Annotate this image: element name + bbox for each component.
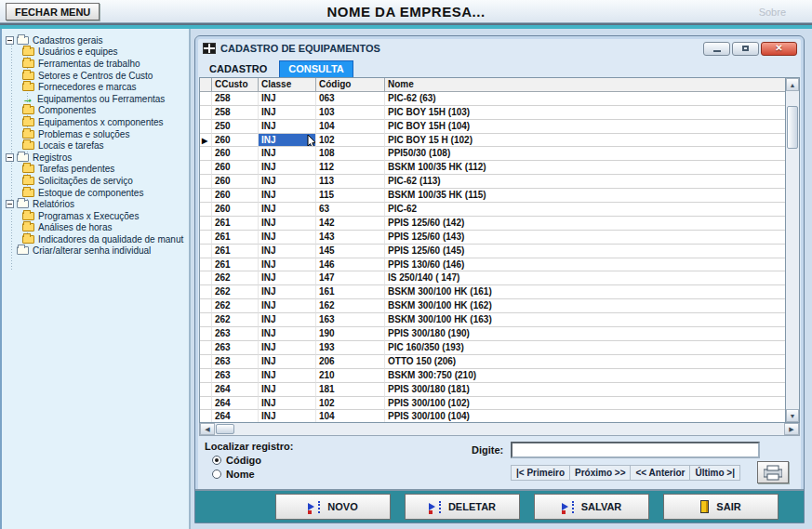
cell-classe[interactable]: INJ bbox=[259, 258, 316, 272]
table-row[interactable]: 263INJ190PPIS 300/180 (190) bbox=[200, 327, 785, 341]
sair-button[interactable]: SAIR bbox=[663, 494, 779, 520]
cell-codigo[interactable]: 063 bbox=[316, 92, 385, 106]
cell-nome[interactable]: PPIS 125/60 (142) bbox=[385, 217, 785, 231]
table-row[interactable]: 261INJ142PPIS 125/60 (142) bbox=[200, 217, 785, 231]
scroll-down-icon[interactable]: ▼ bbox=[786, 409, 799, 422]
sobre-link[interactable]: Sobre bbox=[759, 7, 786, 18]
cell-classe[interactable]: INJ bbox=[259, 120, 316, 134]
cell-nome[interactable]: PIC BOY 15H (103) bbox=[385, 106, 785, 120]
cell-ccusto[interactable]: 262 bbox=[212, 299, 259, 313]
maximize-button[interactable] bbox=[732, 42, 759, 56]
horizontal-scroll-thumb[interactable] bbox=[216, 424, 234, 434]
table-row[interactable]: 250INJ104PIC BOY 15H (104) bbox=[200, 120, 785, 134]
cell-codigo[interactable]: 145 bbox=[316, 245, 385, 258]
cell-ccusto[interactable]: 260 bbox=[212, 161, 259, 175]
cell-ccusto[interactable]: 263 bbox=[212, 327, 259, 341]
cell-classe[interactable]: INJ bbox=[259, 355, 316, 369]
tree-item-usuarios-e-equipes[interactable]: Usuários e equipes bbox=[2, 46, 189, 59]
table-row[interactable]: 262INJ162BSKM 300/100 HK (162) bbox=[200, 299, 785, 313]
cell-ccusto[interactable]: 262 bbox=[212, 271, 259, 285]
cell-codigo[interactable]: 143 bbox=[316, 231, 385, 245]
cell-classe[interactable]: INJ bbox=[259, 397, 316, 411]
scroll-up-icon[interactable]: ▲ bbox=[786, 78, 799, 91]
cell-codigo[interactable]: 210 bbox=[316, 369, 385, 383]
cell-codigo[interactable]: 163 bbox=[316, 313, 385, 327]
tree-item-solicitacoes-de-servico[interactable]: Solicitações de serviço bbox=[2, 175, 189, 187]
tree-expander-icon[interactable] bbox=[6, 200, 14, 208]
tree-item-cadastros-gerais[interactable]: Cadastros gerais bbox=[2, 34, 189, 46]
cell-classe[interactable]: INJ bbox=[259, 285, 316, 299]
cell-classe[interactable]: INJ bbox=[259, 341, 316, 355]
cell-codigo[interactable]: 162 bbox=[316, 299, 385, 313]
horizontal-scroll-track[interactable] bbox=[234, 423, 784, 435]
cell-ccusto[interactable]: 262 bbox=[212, 313, 259, 327]
table-row[interactable]: 261INJ143PPIS 125/60 (143) bbox=[200, 231, 785, 245]
cell-nome[interactable]: PPI50/30 (108) bbox=[385, 147, 785, 161]
window-titlebar[interactable]: CADASTRO DE EQUIPAMENTOS ✕ bbox=[195, 36, 804, 58]
cell-codigo[interactable]: 108 bbox=[316, 147, 385, 161]
radio-dot-icon[interactable] bbox=[212, 469, 221, 479]
cell-nome[interactable]: PPIS 125/60 (145) bbox=[385, 245, 785, 258]
cell-codigo[interactable]: 161 bbox=[316, 285, 385, 299]
cell-classe[interactable]: INJ bbox=[259, 327, 316, 341]
nav-ultimo[interactable]: Último >| bbox=[690, 465, 740, 481]
cell-classe[interactable]: INJ bbox=[259, 369, 316, 383]
cell-classe[interactable]: INJ bbox=[259, 203, 316, 217]
cell-ccusto[interactable]: 250 bbox=[212, 120, 259, 134]
nav-anterior[interactable]: << Anterior bbox=[631, 465, 690, 481]
tree-item-relatorios[interactable]: Relatórios bbox=[2, 198, 189, 210]
nav-proximo[interactable]: Próximo >> bbox=[570, 465, 631, 481]
cell-classe[interactable]: INJ bbox=[259, 271, 316, 285]
vertical-scrollbar[interactable]: ▲ ▼ bbox=[785, 78, 799, 422]
cell-ccusto[interactable]: 263 bbox=[212, 369, 259, 383]
table-row[interactable]: 260INJ108PPI50/30 (108) bbox=[200, 147, 785, 161]
cell-nome[interactable]: BSKM 300/100 HK (163) bbox=[385, 313, 785, 327]
cell-classe[interactable]: INJ bbox=[259, 383, 316, 397]
cell-codigo[interactable]: 103 bbox=[316, 106, 385, 120]
table-row[interactable]: 258INJ063PIC-62 (63) bbox=[200, 92, 785, 106]
cell-nome[interactable]: PIC BOY 15H (104) bbox=[385, 120, 785, 134]
tree-item-analises-de-horas[interactable]: Análises de horas bbox=[2, 222, 189, 234]
minimize-button[interactable] bbox=[703, 42, 730, 56]
cell-codigo[interactable]: 206 bbox=[316, 355, 385, 369]
tree-item-componentes[interactable]: Componentes bbox=[2, 105, 189, 117]
tab-cadastro[interactable]: CADASTRO bbox=[201, 61, 275, 77]
cell-ccusto[interactable]: 258 bbox=[212, 92, 259, 106]
tree-item-indicadores-da-qualidade-de-manut[interactable]: Indicadores da qualidade de manut bbox=[2, 233, 189, 245]
table-row[interactable]: 260INJ115BSKM 100/35 HK (115) bbox=[200, 189, 785, 203]
table-row[interactable]: 264INJ104PPIS 300/100 (104) bbox=[200, 410, 785, 422]
cell-nome[interactable]: BSKM 100/35 HK (112) bbox=[385, 161, 785, 175]
cell-nome[interactable]: OTTO 150 (206) bbox=[385, 355, 785, 369]
cell-codigo[interactable]: 190 bbox=[316, 327, 385, 341]
cell-classe[interactable]: INJ bbox=[259, 147, 316, 161]
table-row[interactable]: 260INJ113PIC-62 (113) bbox=[200, 175, 785, 189]
cell-nome[interactable]: BSKM 300/100 HK (161) bbox=[385, 285, 785, 299]
table-row[interactable]: 261INJ145PPIS 125/60 (145) bbox=[200, 245, 785, 258]
cell-ccusto[interactable]: 260 bbox=[212, 203, 259, 217]
cell-classe[interactable]: INJ bbox=[259, 299, 316, 313]
tree-item-estoque-de-componentes[interactable]: Estoque de componentes bbox=[2, 187, 189, 199]
table-row[interactable]: 263INJ210BSKM 300:750 (210) bbox=[200, 369, 785, 383]
print-button[interactable] bbox=[757, 461, 789, 483]
cell-ccusto[interactable]: 264 bbox=[212, 397, 259, 411]
tree-item-programas-x-execucoes[interactable]: Programas x Execuções bbox=[2, 210, 189, 222]
cell-ccusto[interactable]: 263 bbox=[212, 355, 259, 369]
radio-dot-icon[interactable] bbox=[212, 456, 221, 465]
tree-item-criar-alterar-senha-individual[interactable]: Criar/alterar senha individual bbox=[2, 245, 189, 258]
cell-ccusto[interactable]: 263 bbox=[212, 341, 259, 355]
cell-codigo[interactable]: 102 bbox=[316, 134, 385, 148]
cell-nome[interactable]: BSKM 100/35 HK (115) bbox=[385, 189, 785, 203]
tree-item-locais-e-tarefas[interactable]: Locais e tarefas bbox=[2, 139, 189, 152]
cell-classe[interactable]: INJ bbox=[259, 231, 316, 245]
tree-item-equipamentos-ou-ferramentas[interactable]: →Equipamentos ou Ferramentas bbox=[2, 93, 189, 105]
tree-expander-icon[interactable] bbox=[6, 153, 14, 162]
tree-expander-icon[interactable] bbox=[6, 36, 14, 45]
cell-codigo[interactable]: 115 bbox=[316, 189, 385, 203]
cell-codigo[interactable]: 181 bbox=[316, 383, 385, 397]
cell-ccusto[interactable]: 264 bbox=[212, 383, 259, 397]
table-row[interactable]: 262INJ161BSKM 300/100 HK (161) bbox=[200, 285, 785, 299]
tree-item-problemas-e-solucoes[interactable]: Problemas e soluções bbox=[2, 128, 189, 140]
cell-ccusto[interactable]: 261 bbox=[212, 245, 259, 258]
scroll-left-icon[interactable]: ◀ bbox=[200, 423, 215, 435]
cell-nome[interactable]: PIC-62 bbox=[385, 203, 785, 217]
